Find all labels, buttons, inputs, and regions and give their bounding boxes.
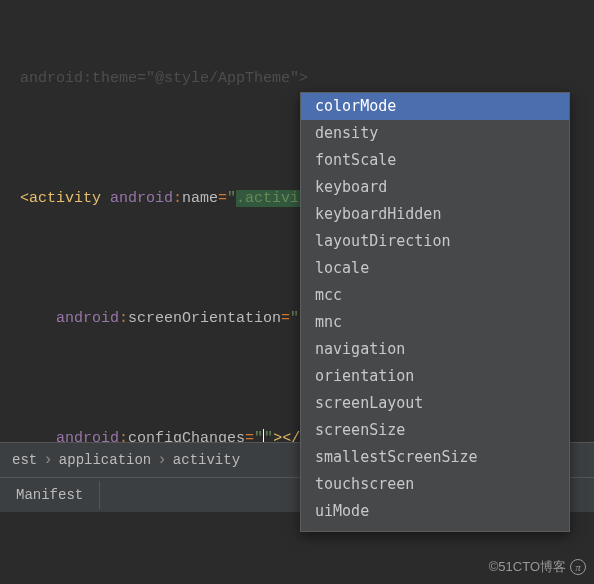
popup-item[interactable]: keyboard	[301, 174, 569, 201]
pi-icon: π	[570, 559, 586, 575]
popup-item[interactable]: navigation	[301, 336, 569, 363]
popup-item[interactable]: fontScale	[301, 147, 569, 174]
breadcrumb-item[interactable]: application	[53, 452, 157, 468]
popup-item[interactable]: screenSize	[301, 417, 569, 444]
popup-item[interactable]: density	[301, 120, 569, 147]
watermark: ©51CTO博客 π	[489, 558, 586, 576]
chevron-right-icon: ›	[43, 451, 53, 469]
breadcrumb-item[interactable]: activity	[167, 452, 246, 468]
popup-item[interactable]: touchscreen	[301, 471, 569, 498]
popup-item[interactable]: uiMode	[301, 498, 569, 525]
popup-item[interactable]: mcc	[301, 282, 569, 309]
autocomplete-popup[interactable]: colorMode density fontScale keyboard key…	[300, 92, 570, 532]
chevron-right-icon: ›	[157, 451, 167, 469]
popup-item[interactable]: layoutDirection	[301, 228, 569, 255]
popup-item[interactable]: keyboardHidden	[301, 201, 569, 228]
popup-item[interactable]: smallestScreenSize	[301, 444, 569, 471]
code-line: android:theme="@style/AppTheme">	[0, 64, 594, 94]
tab-manifest[interactable]: Manifest	[0, 481, 100, 509]
popup-item[interactable]: colorMode	[301, 93, 569, 120]
popup-item[interactable]: orientation	[301, 363, 569, 390]
popup-item[interactable]: screenLayout	[301, 390, 569, 417]
watermark-text: ©51CTO博客	[489, 558, 566, 576]
popup-item[interactable]: mnc	[301, 309, 569, 336]
breadcrumb-item[interactable]: est	[6, 452, 43, 468]
popup-item[interactable]: locale	[301, 255, 569, 282]
